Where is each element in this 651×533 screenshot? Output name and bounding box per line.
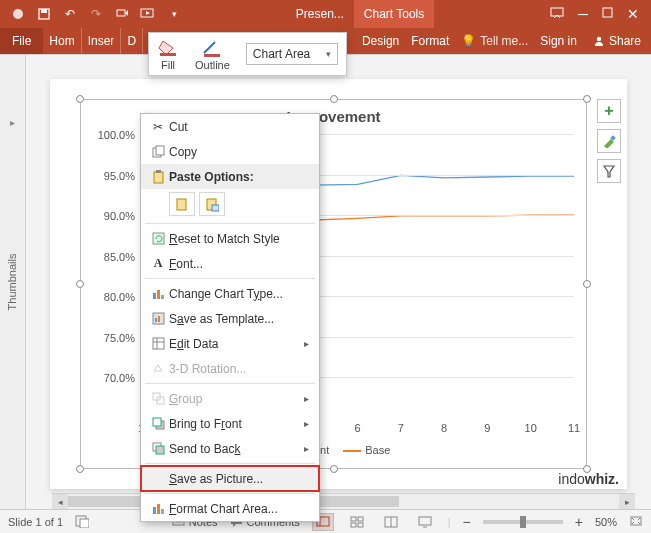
share-button[interactable]: Share — [583, 28, 651, 54]
slideshow-view-button[interactable] — [414, 513, 436, 531]
ctx-paste-options — [141, 189, 319, 221]
close-icon[interactable]: ✕ — [627, 6, 639, 22]
chart-styles-button[interactable] — [597, 129, 621, 153]
save-icon[interactable] — [36, 6, 52, 22]
y-axis-label: 80.0% — [104, 291, 141, 303]
svg-rect-2 — [41, 9, 47, 13]
reading-view-button[interactable] — [380, 513, 402, 531]
ctx-format-label: Format Chart Area... — [169, 502, 309, 516]
chart-type-icon — [147, 287, 169, 300]
submenu-arrow-icon: ▸ — [304, 338, 309, 349]
mini-toolbar: Fill Outline Chart Area ▾ — [148, 32, 347, 76]
slide-indicator[interactable]: Slide 1 of 1 — [8, 516, 63, 528]
ctx-copy[interactable]: Copy — [141, 139, 319, 164]
outline-button[interactable]: Outline — [187, 33, 238, 75]
ctx-edit-data[interactable]: Edit Data▸ — [141, 331, 319, 356]
ctx-change-type-label: Change Chart Type... — [169, 287, 309, 301]
zoom-out-button[interactable]: − — [463, 514, 471, 530]
slideshow-icon[interactable] — [140, 6, 156, 22]
tell-me[interactable]: 💡Tell me... — [455, 28, 534, 54]
qat-dropdown-icon[interactable]: ▾ — [166, 6, 182, 22]
tab-home[interactable]: Hom — [43, 28, 81, 54]
tab-d[interactable]: D — [121, 28, 143, 54]
fit-to-window-button[interactable] — [629, 515, 643, 529]
maximize-icon[interactable] — [602, 7, 613, 21]
ctx-cut[interactable]: ✂Cut — [141, 114, 319, 139]
svg-rect-34 — [153, 507, 156, 514]
y-axis-label: 90.0% — [104, 210, 141, 222]
ribbon-display-icon[interactable] — [550, 7, 564, 22]
copy-icon — [147, 145, 169, 158]
legend-item[interactable]: Base — [343, 444, 390, 456]
undo-icon[interactable]: ↶ — [62, 6, 78, 22]
ctx-save-template[interactable]: Save as Template... — [141, 306, 319, 331]
submenu-arrow-icon: ▸ — [304, 393, 309, 404]
send-back-icon — [147, 442, 169, 455]
zoom-level[interactable]: 50% — [595, 516, 617, 528]
scroll-left-icon[interactable]: ◂ — [52, 494, 68, 509]
svg-rect-25 — [153, 338, 164, 349]
status-bar: Slide 1 of 1 Notes Comments | − + 50% — [0, 509, 651, 533]
redo-icon[interactable]: ↷ — [88, 6, 104, 22]
ctx-bring-to-front[interactable]: Bring to Front▸ — [141, 411, 319, 436]
chart-elements-button[interactable]: + — [597, 99, 621, 123]
resize-handle[interactable] — [583, 280, 591, 288]
resize-handle[interactable] — [330, 465, 338, 473]
paste-option-1[interactable] — [169, 192, 195, 216]
chart-tools-tab: Chart Tools — [354, 0, 434, 28]
minimize-icon[interactable]: ─ — [578, 6, 588, 22]
svg-rect-21 — [161, 295, 164, 299]
spellcheck-icon[interactable] — [75, 514, 89, 530]
ctx-reset-match-style[interactable]: Reset to Match Style — [141, 226, 319, 251]
x-axis-label: 11 — [568, 418, 580, 434]
chart-filters-button[interactable] — [597, 159, 621, 183]
submenu-arrow-icon: ▸ — [304, 418, 309, 429]
zoom-slider[interactable] — [483, 520, 563, 524]
ctx-format-chart-area[interactable]: Format Chart Area... — [141, 496, 319, 521]
resize-handle[interactable] — [76, 465, 84, 473]
resize-handle[interactable] — [76, 95, 84, 103]
svg-rect-36 — [161, 509, 164, 514]
chart-element-selector[interactable]: Chart Area ▾ — [246, 43, 338, 65]
ctx-save-as-picture[interactable]: Save as Picture... — [141, 466, 319, 491]
svg-rect-19 — [153, 293, 156, 299]
y-axis-label: 100.0% — [98, 129, 141, 141]
save-template-icon — [147, 312, 169, 325]
resize-handle[interactable] — [583, 95, 591, 103]
chart-element-value: Chart Area — [253, 47, 310, 61]
zoom-in-button[interactable]: + — [575, 514, 583, 530]
submenu-arrow-icon: ▸ — [304, 443, 309, 454]
svg-rect-3 — [117, 10, 125, 16]
bring-front-icon — [147, 417, 169, 430]
rotation-icon — [147, 362, 169, 375]
start-from-beginning-icon[interactable] — [114, 6, 130, 22]
resize-handle[interactable] — [330, 95, 338, 103]
ctx-font[interactable]: AFont... — [141, 251, 319, 276]
svg-rect-12 — [156, 146, 164, 155]
ctx-change-chart-type[interactable]: Change Chart Type... — [141, 281, 319, 306]
tab-file[interactable]: File — [0, 28, 43, 54]
resize-handle[interactable] — [76, 280, 84, 288]
svg-rect-33 — [156, 446, 164, 454]
svg-rect-47 — [358, 523, 363, 527]
sign-in[interactable]: Sign in — [534, 28, 583, 54]
y-axis-label: 85.0% — [104, 251, 141, 263]
paste-option-2[interactable] — [199, 192, 225, 216]
ctx-send-to-back[interactable]: Send to Back▸ — [141, 436, 319, 461]
y-axis-label: 75.0% — [104, 332, 141, 344]
ctx-group-label: Group — [169, 392, 304, 406]
slide-sorter-button[interactable] — [346, 513, 368, 531]
scroll-right-icon[interactable]: ▸ — [619, 494, 635, 509]
tab-insert[interactable]: Inser — [82, 28, 122, 54]
x-axis-label: 7 — [398, 418, 404, 434]
ctx-paste-options-header: Paste Options: — [141, 164, 319, 189]
tab-format[interactable]: Format — [405, 28, 455, 54]
slide[interactable]: Improvement 100.0%95.0%90.0%85.0%80.0%75… — [50, 79, 627, 489]
thumbnail-pane[interactable]: ▸ Thumbnails — [0, 55, 26, 509]
svg-rect-20 — [157, 290, 160, 299]
ctx-save-picture-label: Save as Picture... — [169, 472, 309, 486]
y-axis-label: 70.0% — [104, 372, 141, 384]
fill-button[interactable]: Fill — [149, 33, 187, 75]
tab-design[interactable]: Design — [356, 28, 405, 54]
svg-rect-38 — [80, 519, 89, 528]
